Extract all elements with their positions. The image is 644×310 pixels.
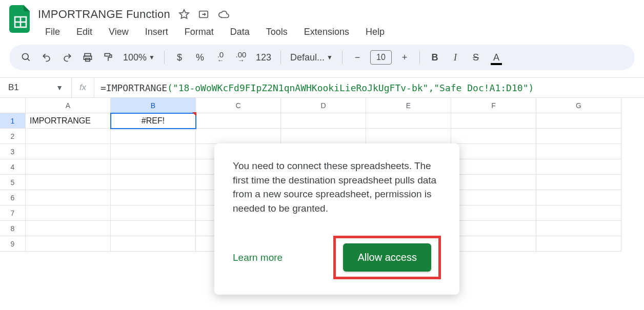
cell[interactable] [111,221,196,236]
cell[interactable] [26,221,111,236]
row-header[interactable]: 4 [0,159,26,175]
star-icon[interactable] [178,9,190,20]
cell[interactable] [536,159,621,175]
allow-access-button[interactable]: Allow access [343,243,431,272]
cell[interactable]: #REF! [111,113,196,129]
text-color-button[interactable]: A [488,49,505,66]
cell[interactable] [26,129,111,144]
menu-file[interactable]: File [38,25,67,39]
cell[interactable] [451,113,536,129]
column-header[interactable]: E [366,98,451,113]
increase-font-size-button[interactable]: + [396,49,413,66]
menu-format[interactable]: Format [177,25,221,39]
sheets-logo-icon[interactable] [9,5,32,33]
font-dropdown[interactable]: Defaul... ▼ [287,52,336,63]
percent-format-button[interactable]: % [191,49,209,66]
menu-tools[interactable]: Tools [259,25,295,39]
row-header[interactable]: 7 [0,205,26,221]
undo-icon[interactable] [38,49,55,66]
row-header[interactable]: 1 [0,113,26,129]
cell[interactable] [26,175,111,190]
cell[interactable]: IMPORTRANGE [26,113,111,129]
cell[interactable] [366,129,451,144]
zoom-dropdown[interactable]: 100% ▼ [120,52,158,63]
formula-input[interactable]: =IMPORTRANGE("18-oWoWKcFd9FIpZ2N1qnAWHKo… [94,82,644,93]
cell[interactable] [536,113,621,129]
menu-bar: File Edit View Insert Format Data Tools … [38,25,635,39]
cell[interactable] [451,236,536,252]
cell[interactable] [536,129,621,144]
move-icon[interactable] [198,9,209,20]
more-formats-button[interactable]: 123 [253,49,274,66]
row-header[interactable]: 5 [0,175,26,190]
cell[interactable] [26,144,111,159]
paint-format-icon[interactable] [99,49,117,66]
cell[interactable] [366,113,451,129]
column-header[interactable]: D [281,98,366,113]
cell[interactable] [111,175,196,190]
column-header[interactable]: G [536,98,621,113]
learn-more-link[interactable]: Learn more [233,252,283,263]
cell[interactable] [451,129,536,144]
row-header[interactable]: 6 [0,190,26,205]
menu-insert[interactable]: Insert [138,25,175,39]
cell[interactable] [451,175,536,190]
select-all-corner[interactable] [0,98,26,113]
cell[interactable] [536,221,621,236]
row-header[interactable]: 8 [0,221,26,236]
menu-help[interactable]: Help [358,25,392,39]
cell[interactable] [196,113,281,129]
cell[interactable] [281,129,366,144]
column-header[interactable]: F [451,98,536,113]
menu-edit[interactable]: Edit [69,25,99,39]
currency-format-button[interactable]: $ [171,49,188,66]
cell[interactable] [451,190,536,205]
decrease-decimal-button[interactable]: .0← [212,49,229,66]
chevron-down-icon: ▼ [327,54,333,61]
print-icon[interactable] [79,49,96,66]
redo-icon[interactable] [58,49,76,66]
cell[interactable] [111,144,196,159]
cell[interactable] [536,205,621,221]
cell[interactable] [281,113,366,129]
cell[interactable] [536,236,621,252]
cell[interactable] [111,236,196,252]
cell[interactable] [111,159,196,175]
cloud-status-icon[interactable] [217,9,230,20]
cell[interactable] [26,236,111,252]
cell[interactable] [26,159,111,175]
cell[interactable] [451,221,536,236]
cell[interactable] [536,190,621,205]
cell[interactable] [111,190,196,205]
increase-decimal-button[interactable]: .00→ [232,49,250,66]
row-header[interactable]: 3 [0,144,26,159]
cell[interactable] [26,190,111,205]
strikethrough-button[interactable]: S [467,49,485,66]
search-icon[interactable] [17,49,35,66]
italic-button[interactable]: I [447,49,464,66]
cell[interactable] [111,129,196,144]
name-box[interactable]: B1 ▼ [0,78,72,97]
bold-button[interactable]: B [426,49,444,66]
row-header[interactable]: 9 [0,236,26,252]
row-header[interactable]: 2 [0,129,26,144]
chevron-down-icon: ▼ [56,84,63,92]
cell[interactable] [111,205,196,221]
cell[interactable] [451,159,536,175]
cell[interactable] [196,129,281,144]
column-header[interactable]: C [196,98,281,113]
menu-data[interactable]: Data [223,25,257,39]
font-name: Defaul... [290,52,325,63]
cell[interactable] [451,205,536,221]
cell[interactable] [451,144,536,159]
decrease-font-size-button[interactable]: − [349,49,366,66]
cell[interactable] [26,205,111,221]
cell[interactable] [536,175,621,190]
document-title[interactable]: IMPORTRANGE Function [38,8,170,21]
menu-view[interactable]: View [102,25,136,39]
menu-extensions[interactable]: Extensions [297,25,356,39]
column-header[interactable]: B [111,98,196,113]
cell[interactable] [536,144,621,159]
column-header[interactable]: A [26,98,111,113]
font-size-input[interactable]: 10 [370,50,392,65]
